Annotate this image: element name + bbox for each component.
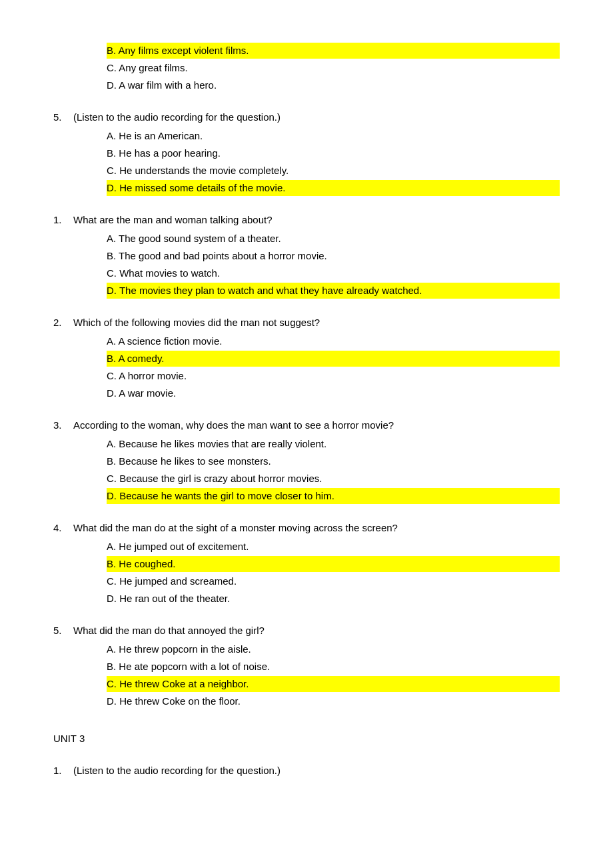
q5f-option-a: A. He is an American. bbox=[107, 128, 560, 144]
question-5-first-number: 5. bbox=[53, 109, 73, 125]
question-5-first-line: 5. (Listen to the audio recording for th… bbox=[53, 109, 560, 125]
q5s-option-b: B. He ate popcorn with a lot of noise. bbox=[107, 659, 560, 675]
question-5-second-line: 5. What did the man do that annoyed the … bbox=[53, 623, 560, 639]
unit3-question-1-line: 1. (Listen to the audio recording for th… bbox=[53, 763, 560, 779]
q3-option-d: D. Because he wants the girl to move clo… bbox=[107, 488, 560, 504]
option-c-great: C. Any great films. bbox=[107, 60, 560, 76]
q2-option-d: D. A war movie. bbox=[107, 385, 560, 401]
question-1-number: 1. bbox=[53, 212, 73, 228]
question-4-block: 4. What did the man do at the sight of a… bbox=[53, 520, 560, 607]
q4-option-c: C. He jumped and screamed. bbox=[107, 573, 560, 589]
question-5-second: 5. What did the man do that annoyed the … bbox=[53, 623, 560, 709]
question-2-text: Which of the following movies did the ma… bbox=[73, 315, 320, 331]
q4-option-d: D. He ran out of the theater. bbox=[107, 591, 560, 607]
question-2-options: A. A science fiction movie. B. A comedy.… bbox=[107, 333, 560, 401]
q1-option-c: C. What movies to watch. bbox=[107, 265, 560, 281]
unit-3-header: UNIT 3 bbox=[53, 731, 560, 747]
unit3-question-1-block: 1. (Listen to the audio recording for th… bbox=[53, 763, 560, 779]
question-1-block: 1. What are the man and woman talking ab… bbox=[53, 212, 560, 299]
question-4-text: What did the man do at the sight of a mo… bbox=[73, 520, 398, 536]
q4-option-b: B. He coughed. bbox=[107, 556, 560, 572]
question-3-text: According to the woman, why does the man… bbox=[73, 417, 394, 433]
question-1-line: 1. What are the man and woman talking ab… bbox=[53, 212, 560, 228]
q1-option-d: D. The movies they plan to watch and wha… bbox=[107, 283, 560, 299]
q5s-option-a: A. He threw popcorn in the aisle. bbox=[107, 641, 560, 657]
question-1-text: What are the man and woman talking about… bbox=[73, 212, 273, 228]
question-5-first-options: A. He is an American. B. He has a poor h… bbox=[107, 128, 560, 196]
q2-option-c: C. A horror movie. bbox=[107, 368, 560, 384]
q2-option-a: A. A science fiction movie. bbox=[107, 333, 560, 349]
q3-option-c: C. Because the girl is crazy about horro… bbox=[107, 471, 560, 487]
unit3-question-1-number: 1. bbox=[53, 763, 73, 779]
question-2-block: 2. Which of the following movies did the… bbox=[53, 315, 560, 401]
question-4-options: A. He jumped out of excitement. B. He co… bbox=[107, 539, 560, 607]
question-1-options: A. The good sound system of a theater. B… bbox=[107, 231, 560, 299]
q5s-option-c: C. He threw Coke at a neighbor. bbox=[107, 676, 560, 692]
unit3-question-1-text: (Listen to the audio recording for the q… bbox=[73, 763, 281, 779]
question-4-number: 4. bbox=[53, 520, 73, 536]
option-b-violent: B. Any films except violent films. bbox=[107, 43, 560, 59]
question-5-first: 5. (Listen to the audio recording for th… bbox=[53, 109, 560, 196]
q1-option-b: B. The good and bad points about a horro… bbox=[107, 248, 560, 264]
q5f-option-c: C. He understands the movie completely. bbox=[107, 163, 560, 179]
option-d-war: D. A war film with a hero. bbox=[107, 77, 560, 93]
question-3-number: 3. bbox=[53, 417, 73, 433]
q1-option-a: A. The good sound system of a theater. bbox=[107, 231, 560, 247]
q5f-option-b: B. He has a poor hearing. bbox=[107, 145, 560, 161]
question-5-second-text: What did the man do that annoyed the gir… bbox=[73, 623, 265, 639]
question-3-line: 3. According to the woman, why does the … bbox=[53, 417, 560, 433]
question-3-options: A. Because he likes movies that are real… bbox=[107, 436, 560, 504]
q2-option-b: B. A comedy. bbox=[107, 351, 560, 367]
top-options-list: B. Any films except violent films. C. An… bbox=[107, 43, 560, 93]
q3-option-a: A. Because he likes movies that are real… bbox=[107, 436, 560, 452]
top-options-block: B. Any films except violent films. C. An… bbox=[53, 43, 560, 93]
q5f-option-d: D. He missed some details of the movie. bbox=[107, 180, 560, 196]
question-5-first-text: (Listen to the audio recording for the q… bbox=[73, 109, 281, 125]
question-4-line: 4. What did the man do at the sight of a… bbox=[53, 520, 560, 536]
question-3-block: 3. According to the woman, why does the … bbox=[53, 417, 560, 504]
q3-option-b: B. Because he likes to see monsters. bbox=[107, 453, 560, 469]
question-2-number: 2. bbox=[53, 315, 73, 331]
question-2-line: 2. Which of the following movies did the… bbox=[53, 315, 560, 331]
q5s-option-d: D. He threw Coke on the floor. bbox=[107, 693, 560, 709]
question-5-second-options: A. He threw popcorn in the aisle. B. He … bbox=[107, 641, 560, 709]
question-5-second-number: 5. bbox=[53, 623, 73, 639]
q4-option-a: A. He jumped out of excitement. bbox=[107, 539, 560, 555]
